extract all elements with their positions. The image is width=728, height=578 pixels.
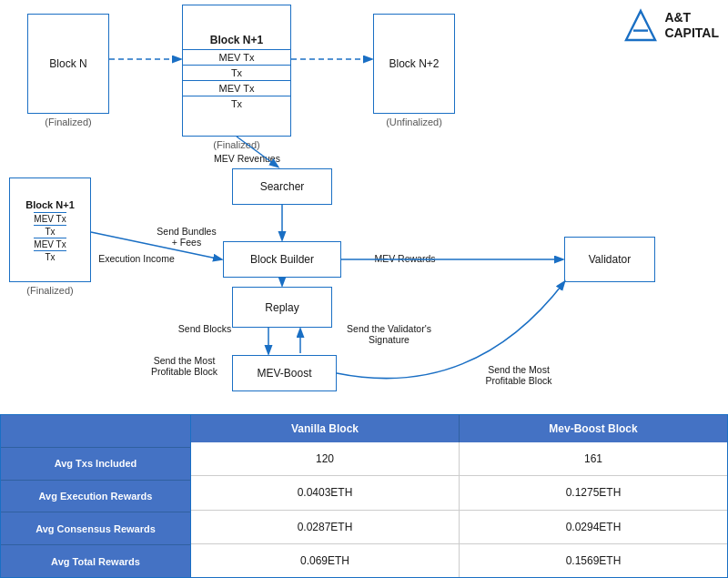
- replay-label: Replay: [265, 301, 298, 314]
- logo-icon: [622, 7, 659, 44]
- logo-line2: CAPITAL: [664, 25, 719, 41]
- table-row-label-4: Avg Total Rewards: [1, 545, 190, 577]
- logo-line1: A&T: [664, 10, 719, 25]
- table-col-vanilla: Vanilla Block: [191, 415, 460, 442]
- table-row-label-3: Avg Consensus Rewards: [1, 512, 190, 545]
- table-row-1: 120 161: [191, 442, 727, 476]
- table-row-2: 0.0403ETH 0.1275ETH: [191, 476, 727, 510]
- diagram-area: A&T CAPITAL Block N (Finalized) Block N+…: [0, 0, 728, 414]
- send-most-profitable-label: Send the MostProfitable Block: [141, 355, 228, 377]
- block-left-box: Block N+1 MEV Tx Tx MEV Tx Tx: [9, 177, 91, 282]
- td-3-2: 0.0294ETH: [460, 511, 727, 543]
- block-n-finalized: (Finalized): [27, 117, 109, 127]
- validator-label: Validator: [589, 253, 631, 266]
- svg-marker-0: [626, 11, 655, 40]
- send-validators-sig-label: Send the Validator'sSignature: [337, 323, 441, 345]
- block-n2-box: Block N+2: [373, 14, 455, 114]
- table-row-4: 0.069ETH 0.1569ETH: [191, 544, 727, 577]
- searcher-label: Searcher: [260, 180, 305, 193]
- block-n2-label: Block N+2: [389, 57, 439, 70]
- block-builder-box: Block Builder: [223, 241, 341, 278]
- logo-text: A&T CAPITAL: [664, 10, 719, 41]
- td-1-1: 120: [191, 442, 460, 475]
- row-mev-tx-2: MEV Tx: [183, 80, 290, 96]
- block-n1-top-box: Block N+1 MEV Tx Tx MEV Tx Tx: [182, 5, 291, 137]
- validator-box: Validator: [564, 237, 655, 282]
- left-row-1: MEV Tx: [34, 212, 66, 225]
- mev-boost-box: MEV-Boost: [232, 355, 337, 391]
- block-left-finalized: (Finalized): [9, 285, 91, 296]
- table-data-rows: 120 161 0.0403ETH 0.1275ETH 0.0287ETH 0.…: [191, 442, 727, 577]
- arrows-svg: [0, 0, 728, 414]
- left-row-4: Tx: [34, 250, 66, 263]
- block-n-label: Block N: [49, 57, 86, 70]
- row-mev-tx-1: MEV Tx: [183, 49, 290, 65]
- replay-box: Replay: [232, 287, 332, 328]
- table-header-row: Vanilla Block Mev-Boost Block: [191, 415, 727, 442]
- left-row-2: Tx: [34, 225, 66, 238]
- block-left-rows: MEV Tx Tx MEV Tx Tx: [34, 212, 66, 263]
- td-2-2: 0.1275ETH: [460, 476, 727, 509]
- table-left-header: Avg Txs Included Avg Execution Rewards A…: [0, 414, 191, 578]
- execution-income-label: Execution Income: [91, 253, 182, 264]
- block-n2-unfinalized: (Unfinalized): [373, 117, 455, 127]
- table-corner: [1, 415, 190, 448]
- mev-revenues-label: MEV Revenues: [214, 153, 280, 164]
- mev-rewards-label: MEV Rewards: [355, 253, 455, 264]
- table-row-label-2: Avg Execution Rewards: [1, 481, 190, 513]
- block-n-box: Block N: [27, 14, 109, 114]
- send-bundles-label: Send Bundles+ Fees: [141, 226, 232, 248]
- block-n1-top-rows: MEV Tx Tx MEV Tx Tx: [183, 49, 290, 111]
- logo: A&T CAPITAL: [622, 7, 719, 44]
- block-n1-top-label: Block N+1: [210, 31, 263, 49]
- row-tx-1: Tx: [183, 65, 290, 80]
- mev-boost-label: MEV-Boost: [257, 367, 311, 380]
- send-most-profitable2-label: Send the MostProfitable Block: [464, 364, 573, 386]
- searcher-box: Searcher: [232, 168, 332, 205]
- td-3-1: 0.0287ETH: [191, 511, 460, 543]
- row-tx-2: Tx: [183, 96, 290, 111]
- table-row-label-1: Avg Txs Included: [1, 448, 190, 481]
- block-builder-label: Block Builder: [250, 253, 314, 266]
- left-row-3: MEV Tx: [34, 238, 66, 250]
- block-left-title: Block N+1: [25, 198, 75, 212]
- td-4-1: 0.069ETH: [191, 544, 460, 577]
- table-row-3: 0.0287ETH 0.0294ETH: [191, 511, 727, 544]
- block-n1-top-finalized: (Finalized): [182, 139, 291, 150]
- td-1-2: 161: [460, 442, 727, 475]
- table-col-mevboost: Mev-Boost Block: [460, 415, 727, 442]
- table-area: Avg Txs Included Avg Execution Rewards A…: [0, 414, 728, 578]
- td-2-1: 0.0403ETH: [191, 476, 460, 509]
- td-4-2: 0.1569ETH: [460, 544, 727, 577]
- send-blocks-label: Send Blocks: [168, 323, 241, 334]
- table-main: Vanilla Block Mev-Boost Block 120 161 0.…: [191, 414, 728, 578]
